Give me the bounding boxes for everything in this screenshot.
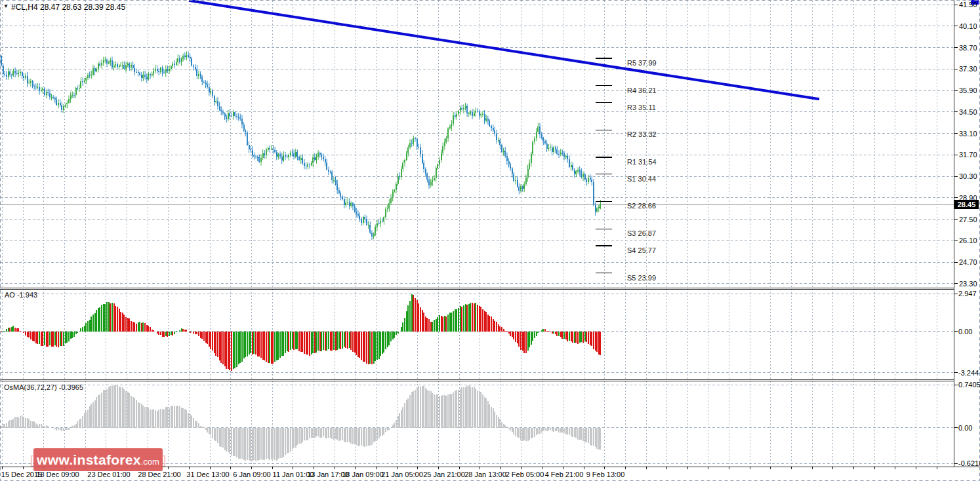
osma-axis-label: 0.00 [958, 424, 972, 432]
ao-axis-label: 2.947 [958, 290, 977, 298]
osma-indicator-label: OsMA(36,72,27) -0.3965 [4, 383, 83, 391]
pivot-label-s3: S3 26.87 [627, 229, 656, 237]
price-axis-label: 40.10 [959, 22, 977, 30]
pivot-label-r5: R5 37.99 [627, 59, 657, 67]
descending-trendline [190, 1, 818, 99]
chart-canvas[interactable] [0, 0, 980, 481]
pivot-label-s5: S5 23.99 [627, 274, 656, 282]
osma-axis-label: -0.6218 [958, 459, 980, 467]
pivot-label-r4: R4 36.21 [627, 87, 657, 94]
candle-bodies-down [1, 55, 596, 237]
ao-indicator-label: AO -1.943 [5, 291, 37, 299]
candle-bodies-up [8, 55, 602, 237]
symbol-dropdown-icon[interactable]: ▼ [3, 3, 9, 9]
ao-axis-label: 0.00 [958, 328, 972, 336]
watermark-domain: www.instaforex [37, 452, 141, 468]
price-axis-label: 30.30 [959, 172, 977, 180]
price-axis-label: 31.70 [959, 151, 977, 159]
watermark-tld: .com [141, 457, 159, 467]
pivot-label-s1: S1 30.44 [627, 175, 656, 183]
ao-axis-label: -3.244 [958, 369, 979, 377]
price-axis-label: 35.90 [959, 87, 977, 94]
pivot-label-r2: R2 33.32 [627, 130, 657, 138]
price-axis-label: 38.70 [959, 44, 977, 52]
price-axis-label: 34.50 [959, 108, 977, 116]
price-axis-label: 23.30 [959, 280, 977, 288]
pivot-label-r3: R3 35.11 [627, 104, 656, 111]
chart-window: R5 37.99R4 36.21R3 35.11R2 33.32R1 31.54… [0, 0, 980, 481]
current-price-badge: 28.45 [954, 200, 979, 209]
time-axis-label: 9 Feb 13:00 [574, 471, 637, 478]
ao-bars-falling [1, 295, 601, 371]
osma-axis-label: 0.7405 [958, 381, 980, 389]
price-axis-label: 41.50 [959, 1, 977, 9]
instaforex-watermark: [ www.instaforex .com ] [33, 448, 163, 471]
price-axis-label: 26.10 [959, 237, 977, 244]
chart-title-ohlc: #CL,H4 28.47 28.63 28.39 28.45 [11, 3, 125, 12]
price-axis-label: 24.70 [959, 258, 977, 266]
price-axis-label: 33.10 [959, 130, 977, 138]
candle-wicks-down [1, 51, 596, 240]
pivot-label-r1: R1 31.54 [627, 158, 657, 166]
price-axis-label: 27.50 [959, 216, 977, 223]
price-axis-label: 37.30 [959, 65, 977, 73]
pivot-label-s2: S2 28.66 [627, 202, 656, 210]
grid-vertical [3, 1, 937, 467]
watermark-bracket-right: ] [159, 453, 169, 467]
pivot-label-s4: S4 25.77 [627, 246, 656, 254]
watermark-bracket-left: [ [27, 453, 37, 467]
candle-wicks-up [9, 51, 601, 239]
